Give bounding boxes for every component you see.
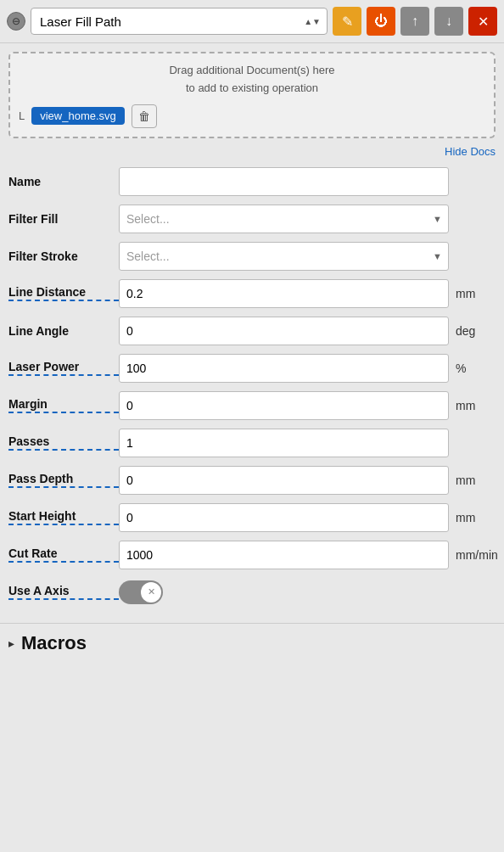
start-height-unit: mm bbox=[449, 511, 496, 524]
start-height-label: Start Height bbox=[8, 509, 119, 525]
toggle-x-icon: ✕ bbox=[148, 586, 155, 597]
form-area: Name Filter Fill Select... ▼ Filter Stro… bbox=[0, 163, 504, 623]
filter-stroke-select[interactable]: Select... bbox=[119, 242, 449, 271]
passes-label: Passes bbox=[8, 434, 119, 451]
move-down-button[interactable]: ↓ bbox=[434, 7, 463, 36]
use-a-axis-toggle[interactable]: ✕ bbox=[119, 580, 163, 604]
file-prefix: L bbox=[19, 109, 25, 122]
cut-rate-unit: mm/min bbox=[449, 548, 496, 562]
toggle-thumb: ✕ bbox=[141, 582, 161, 603]
line-angle-unit: deg bbox=[449, 324, 496, 338]
trash-icon: 🗑 bbox=[138, 109, 150, 123]
cut-rate-row: Cut Rate mm/min bbox=[8, 540, 496, 570]
drop-zone-line1: Drag additional Document(s) here bbox=[169, 64, 334, 76]
line-distance-unit: mm bbox=[449, 287, 496, 300]
filter-fill-select[interactable]: Select... bbox=[119, 205, 449, 233]
file-badge[interactable]: view_home.svg bbox=[31, 107, 125, 125]
start-height-row: Start Height mm bbox=[8, 502, 496, 533]
hide-docs-label: Hide Docs bbox=[445, 145, 496, 158]
main-panel: ⊖ Laser Fill Path ▲▼ ✎ ⏻ ↑ ↓ ✕ Drag addi… bbox=[0, 0, 504, 852]
toggle-track[interactable]: ✕ bbox=[119, 580, 163, 604]
margin-label: Margin bbox=[8, 397, 119, 413]
margin-row: Margin mm bbox=[8, 390, 496, 421]
line-angle-input[interactable] bbox=[119, 317, 449, 345]
line-distance-row: Line Distance mm bbox=[8, 278, 496, 309]
use-a-axis-label: Use A Axis bbox=[8, 584, 119, 600]
name-label: Name bbox=[8, 175, 119, 188]
power-icon: ⏻ bbox=[374, 14, 388, 29]
drop-zone: Drag additional Document(s) here to add … bbox=[8, 52, 496, 138]
start-height-input[interactable] bbox=[119, 503, 449, 532]
header: ⊖ Laser Fill Path ▲▼ ✎ ⏻ ↑ ↓ ✕ bbox=[0, 0, 504, 43]
down-arrow-icon: ↓ bbox=[445, 14, 452, 29]
margin-input[interactable] bbox=[119, 391, 449, 420]
laser-power-label: Laser Power bbox=[8, 360, 119, 376]
line-angle-row: Line Angle deg bbox=[8, 316, 496, 346]
macros-section: ▸ Macros bbox=[0, 623, 504, 663]
pass-depth-unit: mm bbox=[449, 474, 496, 487]
macros-header[interactable]: ▸ Macros bbox=[8, 632, 496, 654]
delete-file-button[interactable]: 🗑 bbox=[132, 104, 157, 128]
close-icon: ✕ bbox=[478, 14, 489, 30]
operation-title[interactable]: Laser Fill Path bbox=[31, 8, 328, 35]
hide-docs-link[interactable]: Hide Docs bbox=[0, 143, 504, 163]
margin-unit: mm bbox=[449, 399, 496, 412]
minimize-icon: ⊖ bbox=[12, 15, 20, 27]
passes-input[interactable] bbox=[119, 429, 449, 457]
laser-power-input[interactable] bbox=[119, 354, 449, 383]
operation-title-label: Laser Fill Path bbox=[40, 14, 121, 29]
file-row: L view_home.svg 🗑 bbox=[19, 104, 485, 128]
line-distance-label: Line Distance bbox=[8, 285, 119, 301]
pencil-icon: ✎ bbox=[342, 14, 353, 30]
cut-rate-label: Cut Rate bbox=[8, 547, 119, 563]
minimize-button[interactable]: ⊖ bbox=[7, 12, 25, 31]
pass-depth-row: Pass Depth mm bbox=[8, 465, 496, 496]
use-a-axis-row: Use A Axis ✕ bbox=[8, 577, 496, 608]
edit-button[interactable]: ✎ bbox=[333, 7, 361, 36]
passes-row: Passes bbox=[8, 428, 496, 458]
laser-power-unit: % bbox=[449, 362, 496, 375]
up-arrow-icon: ↑ bbox=[412, 14, 418, 29]
drop-zone-text: Drag additional Document(s) here to add … bbox=[19, 62, 485, 98]
filter-fill-row: Filter Fill Select... ▼ bbox=[8, 204, 496, 234]
filter-stroke-row: Filter Stroke Select... ▼ bbox=[8, 241, 496, 272]
line-angle-label: Line Angle bbox=[8, 324, 119, 338]
pass-depth-label: Pass Depth bbox=[8, 472, 119, 488]
cut-rate-input[interactable] bbox=[119, 541, 449, 569]
laser-power-row: Laser Power % bbox=[8, 353, 496, 384]
power-button[interactable]: ⏻ bbox=[367, 7, 395, 36]
line-distance-input[interactable] bbox=[119, 279, 449, 308]
name-input[interactable] bbox=[119, 167, 449, 196]
pass-depth-input[interactable] bbox=[119, 466, 449, 495]
macros-title: Macros bbox=[21, 632, 87, 654]
title-dropdown[interactable]: Laser Fill Path ▲▼ bbox=[31, 8, 328, 35]
filter-stroke-select-wrapper: Select... ▼ bbox=[119, 242, 449, 271]
macros-chevron-icon: ▸ bbox=[8, 636, 14, 650]
name-row: Name bbox=[8, 166, 496, 197]
move-up-button[interactable]: ↑ bbox=[400, 7, 429, 36]
drop-zone-line2: to add to existing operation bbox=[186, 81, 318, 94]
filter-fill-label: Filter Fill bbox=[8, 212, 119, 226]
filter-fill-select-wrapper: Select... ▼ bbox=[119, 205, 449, 233]
close-button[interactable]: ✕ bbox=[468, 7, 497, 36]
filter-stroke-label: Filter Stroke bbox=[8, 249, 119, 263]
